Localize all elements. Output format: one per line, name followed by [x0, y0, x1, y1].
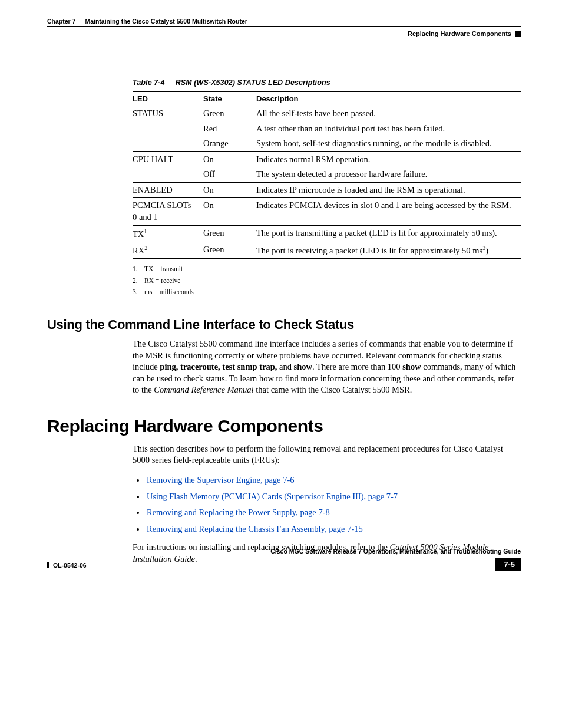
cell-desc: All the self-tests have been passed.	[256, 106, 521, 121]
cross-ref-list: Removing the Supervisor Engine, page 7-6…	[133, 472, 521, 537]
cell-led: STATUS	[133, 106, 203, 121]
cell-led	[133, 121, 203, 137]
footnote: 1.TX = transmit	[133, 263, 521, 275]
chapter-label: Chapter 7	[47, 18, 75, 25]
th-state: State	[203, 92, 256, 106]
heading-cli: Using the Command Line Interface to Chec…	[47, 317, 521, 332]
list-item: Removing the Supervisor Engine, page 7-6	[146, 472, 521, 489]
list-item: Removing and Replacing the Power Supply,…	[146, 505, 521, 521]
table-row: RX2GreenThe port is receiving a packet (…	[133, 242, 521, 258]
heading-replace: Replacing Hardware Components	[47, 416, 521, 436]
cell-state: Green	[203, 106, 256, 121]
doc-id: OL-0542-06	[53, 562, 87, 569]
cell-led: TX1	[133, 225, 203, 242]
cross-ref-link[interactable]: Removing and Replacing the Power Supply,…	[147, 508, 330, 517]
cell-desc: The port is receiving a packet (LED is l…	[256, 242, 521, 258]
section-marker-icon	[515, 31, 521, 37]
table-row: OffThe system detected a processor hardw…	[133, 167, 521, 182]
book-title: Cisco MGC Software Release 7 Operations,…	[47, 548, 521, 556]
doc-id-wrap: OL-0542-06	[47, 559, 87, 570]
cell-led: CPU HALT	[133, 151, 203, 167]
table-number: Table 7-4	[133, 78, 165, 87]
th-led: LED	[133, 92, 203, 106]
cross-ref-link[interactable]: Using Flash Memory (PCMCIA) Cards (Super…	[147, 492, 398, 501]
cell-desc: System boot, self-test diagnostics runni…	[256, 136, 521, 151]
cell-state: Green	[203, 242, 256, 258]
cell-state: On	[203, 198, 256, 225]
footnote: 2.RX = receive	[133, 275, 521, 287]
table-caption: Table 7-4RSM (WS-X5302) STATUS LED Descr…	[133, 78, 521, 87]
running-section: Replacing Hardware Components	[47, 30, 521, 37]
table-row: RedA test other than an individual port …	[133, 121, 521, 137]
page-header: Chapter 7 Maintaining the Cisco Catalyst…	[47, 18, 521, 27]
list-item: Removing and Replacing the Chassis Fan A…	[146, 521, 521, 538]
table-row: TX1GreenThe port is transmitting a packe…	[133, 225, 521, 242]
cell-state: Red	[203, 121, 256, 137]
list-item: Using Flash Memory (PCMCIA) Cards (Super…	[146, 489, 521, 505]
cell-state: On	[203, 182, 256, 198]
cell-state: On	[203, 151, 256, 167]
table-row: PCMCIA SLOTs 0 and 1OnIndicates PCMCIA d…	[133, 198, 521, 225]
cell-led	[133, 136, 203, 151]
cell-state: Off	[203, 167, 256, 182]
cross-ref-link[interactable]: Removing and Replacing the Chassis Fan A…	[147, 524, 363, 533]
cell-desc: Indicates normal RSM operation.	[256, 151, 521, 167]
cell-led	[133, 167, 203, 182]
table-row: ENABLEDOnIndicates IP microcode is loade…	[133, 182, 521, 198]
chapter-title: Maintaining the Cisco Catalyst 5500 Mult…	[85, 18, 247, 25]
th-desc: Description	[256, 92, 521, 106]
table-title: RSM (WS-X5302) STATUS LED Descriptions	[176, 78, 330, 87]
cross-ref-link[interactable]: Removing the Supervisor Engine, page 7-6	[147, 475, 294, 485]
table-row: STATUSGreenAll the self-tests have been …	[133, 106, 521, 121]
cell-state: Orange	[203, 136, 256, 151]
cli-paragraph: The Cisco Catalyst 5500 command line int…	[133, 338, 521, 396]
cell-led: PCMCIA SLOTs 0 and 1	[133, 198, 203, 225]
cell-desc: A test other than an individual port tes…	[256, 121, 521, 137]
footnote: 3.ms = milliseconds	[133, 286, 521, 298]
led-table: LED State Description STATUSGreenAll the…	[133, 91, 521, 259]
page-footer: Cisco MGC Software Release 7 Operations,…	[47, 548, 521, 571]
cell-desc: The system detected a processor hardware…	[256, 167, 521, 182]
table-row: OrangeSystem boot, self-test diagnostics…	[133, 136, 521, 151]
replace-intro: This section describes how to perform th…	[133, 443, 521, 466]
cell-desc: Indicates PCMCIA devices in slot 0 and 1…	[256, 198, 521, 225]
cell-led: RX2	[133, 242, 203, 258]
table-footnotes: 1.TX = transmit2.RX = receive3.ms = mill…	[133, 263, 521, 298]
cell-led: ENABLED	[133, 182, 203, 198]
cell-state: Green	[203, 225, 256, 242]
table-row: CPU HALTOnIndicates normal RSM operation…	[133, 151, 521, 167]
page-number: 7-5	[495, 558, 521, 571]
cell-desc: The port is transmitting a packet (LED i…	[256, 225, 521, 242]
cell-desc: Indicates IP microcode is loaded and the…	[256, 182, 521, 198]
footer-marker-icon	[47, 562, 49, 568]
section-title: Replacing Hardware Components	[408, 30, 511, 37]
